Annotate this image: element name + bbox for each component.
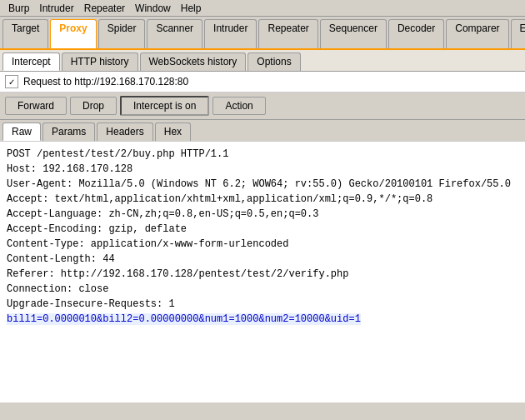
tab-scanner[interactable]: Scanner <box>147 19 202 48</box>
sub-tab-http-history[interactable]: HTTP history <box>62 52 138 71</box>
menu-intruder[interactable]: Intruder <box>34 2 78 14</box>
inner-tab-raw[interactable]: Raw <box>2 122 41 141</box>
menu-window[interactable]: Window <box>130 2 176 14</box>
sub-tab-intercept[interactable]: Intercept <box>2 52 60 71</box>
tab-comparer[interactable]: Comparer <box>446 19 508 48</box>
action-button[interactable]: Action <box>212 97 265 115</box>
toolbar: Forward Drop Intercept is on Action <box>0 92 525 120</box>
request-checkbox[interactable]: ✓ <box>5 75 18 88</box>
tab-sequencer[interactable]: Sequencer <box>320 19 387 48</box>
request-content[interactable]: POST /pentest/test/2/buy.php HTTP/1.1Hos… <box>0 142 525 402</box>
sub-tab-websockets[interactable]: WebSockets history <box>140 52 247 71</box>
tab-repeater[interactable]: Repeater <box>258 19 318 48</box>
tab-spider[interactable]: Spider <box>98 19 146 48</box>
tab-decoder[interactable]: Decoder <box>388 19 444 48</box>
forward-button[interactable]: Forward <box>5 97 67 115</box>
menu-repeater[interactable]: Repeater <box>79 2 130 14</box>
menu-bar: Burp Intruder Repeater Window Help <box>0 0 525 17</box>
tab-target[interactable]: Target <box>2 19 48 48</box>
main-tab-bar: Target Proxy Spider Scanner Intruder Rep… <box>0 17 525 50</box>
intercept-on-button[interactable]: Intercept is on <box>120 96 209 116</box>
menu-burp[interactable]: Burp <box>3 2 34 14</box>
request-url: Request to http://192.168.170.128:80 <box>23 76 188 88</box>
tab-proxy[interactable]: Proxy <box>50 19 96 48</box>
menu-help[interactable]: Help <box>176 2 207 14</box>
sub-tab-options[interactable]: Options <box>248 52 300 71</box>
request-info-bar: ✓ Request to http://192.168.170.128:80 <box>0 72 525 92</box>
inner-tab-headers[interactable]: Headers <box>97 122 152 141</box>
tab-intruder[interactable]: Intruder <box>204 19 257 48</box>
drop-button[interactable]: Drop <box>70 97 117 115</box>
tab-extender[interactable]: Extender <box>511 19 525 48</box>
inner-tab-params[interactable]: Params <box>42 122 95 141</box>
sub-tab-bar: Intercept HTTP history WebSockets histor… <box>0 50 525 72</box>
inner-tab-bar: Raw Params Headers Hex <box>0 120 525 142</box>
inner-tab-hex[interactable]: Hex <box>155 122 191 141</box>
